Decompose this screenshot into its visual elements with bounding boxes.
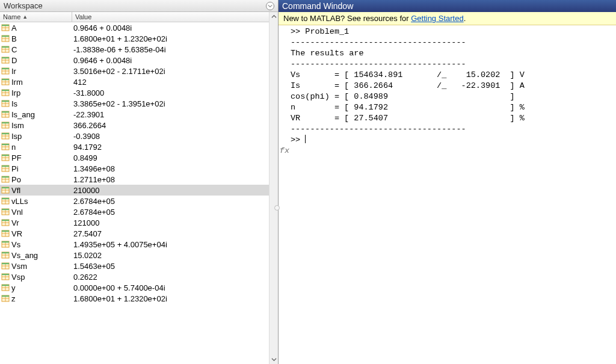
- column-header-value[interactable]: Value: [72, 12, 278, 22]
- svg-rect-88: [2, 209, 5, 210]
- workspace-variable-list[interactable]: A0.9646 + 0.0048iB1.6800e+01 + 1.2320e+0…: [0, 22, 278, 364]
- variable-value: 0.9646 + 0.0048i: [72, 23, 278, 32]
- command-window-header: Command Window: [279, 0, 616, 12]
- variable-name-cell: Pi: [0, 164, 72, 173]
- svg-rect-79: [5, 187, 9, 188]
- variable-value: 27.5407: [72, 229, 278, 238]
- variable-name: vLLs: [11, 197, 28, 206]
- workspace-row[interactable]: Vs1.4935e+05 + 4.0075e+04i: [0, 239, 278, 250]
- svg-rect-23: [2, 68, 5, 69]
- svg-rect-4: [5, 25, 9, 26]
- variable-name-cell: n: [0, 143, 72, 152]
- workspace-row[interactable]: Is3.3865e+02 - 1.3951e+02i: [0, 98, 278, 109]
- variable-icon: [1, 283, 10, 292]
- panel-divider-handle[interactable]: [274, 205, 280, 211]
- variable-name: n: [11, 143, 16, 152]
- workspace-row[interactable]: Irm412: [0, 76, 278, 87]
- svg-rect-44: [5, 111, 9, 113]
- workspace-row[interactable]: Irp-31.8000: [0, 87, 278, 98]
- workspace-row[interactable]: Isp-0.3908: [0, 131, 278, 141]
- variable-icon: [1, 110, 10, 119]
- workspace-row[interactable]: n94.1792: [0, 141, 278, 152]
- variable-name-cell: D: [0, 56, 72, 65]
- svg-rect-108: [2, 252, 5, 253]
- variable-icon: [1, 121, 10, 129]
- workspace-row[interactable]: Is_ang-22.3901: [0, 109, 278, 120]
- variable-icon: [1, 218, 10, 227]
- workspace-row[interactable]: C-1.3838e-06 + 5.6385e-04i: [0, 44, 278, 55]
- workspace-row[interactable]: A0.9646 + 0.0048i: [0, 22, 278, 33]
- svg-rect-28: [2, 79, 5, 80]
- variable-icon: [1, 34, 10, 43]
- svg-rect-34: [5, 90, 9, 91]
- workspace-row[interactable]: Po1.2711e+08: [0, 174, 278, 185]
- workspace-row[interactable]: Vr121000: [0, 217, 278, 228]
- chevron-down-icon: [268, 4, 273, 8]
- variable-name: Po: [11, 175, 21, 184]
- variable-value: 210000: [72, 186, 278, 195]
- variable-name: Is: [11, 99, 17, 108]
- svg-rect-53: [2, 133, 5, 134]
- command-text[interactable]: >> Problem_1 ---------------------------…: [291, 26, 615, 363]
- scroll-down-button[interactable]: [270, 355, 279, 364]
- variable-name: PF: [11, 153, 22, 162]
- svg-rect-113: [2, 263, 5, 264]
- variable-value: -0.3908: [72, 132, 278, 141]
- variable-name: Vfl: [11, 186, 20, 195]
- variable-value: 0.9646 + 0.0048i: [72, 56, 278, 65]
- variable-value: 0.2622: [72, 273, 278, 282]
- svg-rect-129: [5, 295, 9, 297]
- workspace-row[interactable]: Vfl210000: [0, 185, 278, 196]
- variable-icon: [1, 45, 10, 54]
- workspace-row[interactable]: Vsp0.2622: [0, 271, 278, 282]
- workspace-row[interactable]: Vnl2.6784e+05: [0, 206, 278, 217]
- variable-value: -22.3901: [72, 110, 278, 119]
- workspace-row[interactable]: z1.6800e+01 + 1.2320e+02i: [0, 293, 278, 304]
- getting-started-link[interactable]: Getting Started: [411, 14, 463, 23]
- workspace-row[interactable]: Vs_ang15.0202: [0, 250, 278, 261]
- workspace-row[interactable]: Vsm1.5463e+05: [0, 261, 278, 271]
- variable-value: 412: [72, 78, 278, 87]
- variable-name-cell: Vsm: [0, 262, 72, 271]
- variable-name-cell: PF: [0, 153, 72, 162]
- variable-value: 1.6800e+01 + 1.2320e+02i: [72, 34, 278, 43]
- workspace-row[interactable]: VR27.5407: [0, 228, 278, 239]
- svg-rect-8: [2, 35, 5, 37]
- svg-rect-93: [2, 220, 5, 221]
- variable-name: Vsp: [11, 273, 25, 282]
- workspace-menu-button[interactable]: [266, 2, 274, 10]
- workspace-row[interactable]: vLLs2.6784e+05: [0, 196, 278, 206]
- fx-icon[interactable]: fx: [280, 146, 289, 156]
- workspace-column-header: Name ▲ Value: [0, 12, 278, 22]
- svg-rect-69: [5, 165, 9, 167]
- variable-name-cell: Irm: [0, 78, 72, 87]
- svg-rect-89: [5, 209, 9, 210]
- variable-icon: [1, 56, 10, 64]
- svg-rect-84: [5, 198, 9, 199]
- workspace-row[interactable]: B1.6800e+01 + 1.2320e+02i: [0, 33, 278, 44]
- workspace-title: Workspace: [4, 0, 43, 12]
- variable-icon: [1, 153, 10, 162]
- svg-rect-63: [2, 155, 5, 156]
- command-window-body[interactable]: fx >> Problem_1 ------------------------…: [279, 25, 616, 364]
- variable-name-cell: z: [0, 294, 72, 303]
- scroll-up-button[interactable]: [270, 12, 279, 21]
- variable-icon: [1, 262, 10, 270]
- variable-name-cell: B: [0, 34, 72, 43]
- workspace-row[interactable]: D0.9646 + 0.0048i: [0, 55, 278, 66]
- svg-rect-73: [2, 176, 5, 177]
- svg-rect-104: [5, 241, 9, 242]
- workspace-row[interactable]: Pi1.3496e+08: [0, 163, 278, 174]
- variable-icon: [1, 23, 10, 32]
- workspace-row[interactable]: Ir3.5016e+02 - 2.1711e+02i: [0, 66, 278, 76]
- workspace-row[interactable]: Ism366.2664: [0, 120, 278, 131]
- workspace-row[interactable]: y0.0000e+00 + 5.7400e-04i: [0, 282, 278, 293]
- workspace-scrollbar[interactable]: [269, 12, 278, 364]
- column-header-name[interactable]: Name ▲: [0, 12, 72, 22]
- variable-value: 94.1792: [72, 143, 278, 152]
- variable-name-cell: Vfl: [0, 186, 72, 195]
- workspace-row[interactable]: PF0.8499: [0, 152, 278, 163]
- svg-rect-123: [2, 285, 5, 286]
- cursor: [305, 135, 306, 143]
- variable-name: Ism: [11, 121, 24, 130]
